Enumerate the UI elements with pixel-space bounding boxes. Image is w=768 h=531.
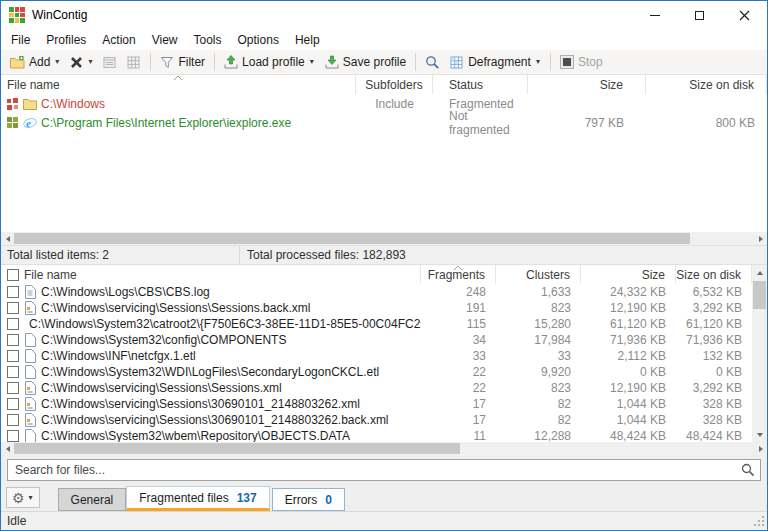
add-label: Add bbox=[29, 55, 50, 69]
properties-button[interactable] bbox=[98, 54, 122, 71]
remove-button[interactable]: ▾ bbox=[65, 54, 98, 71]
filter-button[interactable]: Filter bbox=[155, 53, 210, 71]
file-row[interactable]: C:\Windows\System32\WDI\LogFiles\Seconda… bbox=[1, 364, 752, 380]
app-icon bbox=[9, 7, 25, 23]
column-header-status[interactable]: Status bbox=[433, 75, 528, 94]
menu-options[interactable]: Options bbox=[230, 31, 287, 49]
file-fragments: 191 bbox=[421, 301, 496, 315]
row-checkbox[interactable] bbox=[7, 398, 19, 410]
close-button[interactable] bbox=[722, 1, 767, 29]
grid-icon bbox=[127, 56, 141, 69]
scrollbar-thumb[interactable] bbox=[14, 443, 460, 454]
fragmented-list-vertical-scrollbar[interactable] bbox=[752, 265, 767, 442]
column-header-file-name[interactable]: File name bbox=[1, 265, 421, 284]
resize-grip[interactable] bbox=[753, 515, 765, 527]
defragment-button[interactable]: Defragment ▾ bbox=[445, 53, 546, 71]
scroll-down-arrow[interactable] bbox=[752, 427, 767, 442]
load-profile-icon bbox=[224, 55, 238, 69]
file-row[interactable]: C:\Windows\Logs\CBS\CBS.log 248 1,633 24… bbox=[1, 284, 752, 300]
menu-action[interactable]: Action bbox=[94, 31, 143, 49]
row-checkbox[interactable] bbox=[7, 414, 19, 426]
scroll-right-arrow[interactable] bbox=[754, 232, 767, 245]
file-path: C:\Windows\System32\WDI\LogFiles\Seconda… bbox=[41, 365, 379, 379]
analyze-magnifier-icon bbox=[425, 55, 440, 70]
search-bar bbox=[1, 455, 767, 484]
list-status-bar: Total listed items: 2 Total processed fi… bbox=[1, 245, 767, 265]
load-profile-label: Load profile bbox=[242, 55, 305, 69]
row-checkbox[interactable] bbox=[7, 430, 19, 442]
tab-fragmented-files[interactable]: Fragmented files 137 bbox=[126, 486, 269, 511]
menu-tools[interactable]: Tools bbox=[186, 31, 230, 49]
tab-errors[interactable]: Errors 0 bbox=[272, 488, 345, 511]
items-list-row[interactable]: C:\Windows Include Fragmented bbox=[1, 94, 767, 113]
file-row[interactable]: C:\Windows\System32\wbem\Repository\OBJE… bbox=[1, 428, 752, 442]
internet-explorer-icon: e bbox=[23, 116, 37, 130]
file-row[interactable]: C:\Windows\System32\config\COMPONENTS 34… bbox=[1, 332, 752, 348]
column-header-size-on-disk[interactable]: Size on disk bbox=[676, 265, 752, 284]
file-row[interactable]: C:\Windows\servicing\Sessions\30690101_2… bbox=[1, 396, 752, 412]
scroll-up-arrow[interactable] bbox=[752, 265, 767, 280]
defragment-dropdown-caret[interactable]: ▾ bbox=[535, 58, 541, 66]
maximize-button[interactable] bbox=[677, 1, 722, 29]
file-path: C:\Windows\System32\catroot2\{F750E6C3-3… bbox=[29, 317, 421, 331]
row-checkbox[interactable] bbox=[7, 350, 19, 362]
scroll-left-arrow[interactable] bbox=[1, 442, 14, 455]
scroll-left-arrow[interactable] bbox=[1, 232, 14, 245]
status-text: Idle bbox=[7, 514, 26, 528]
item-subfolders: Include bbox=[356, 97, 433, 111]
load-profile-button[interactable]: Load profile ▾ bbox=[219, 53, 320, 71]
row-checkbox[interactable] bbox=[7, 302, 19, 314]
stop-label: Stop bbox=[578, 55, 603, 69]
tab-general[interactable]: General bbox=[58, 488, 127, 511]
column-header-clusters[interactable]: Clusters bbox=[496, 265, 581, 284]
settings-button[interactable]: ⚙ ▾ bbox=[6, 487, 40, 508]
scrollbar-thumb[interactable] bbox=[753, 281, 766, 309]
row-checkbox[interactable] bbox=[7, 366, 19, 378]
add-button[interactable]: Add ▾ bbox=[5, 53, 65, 71]
column-header-file-name[interactable]: File name bbox=[1, 75, 356, 94]
settings-dropdown-caret[interactable]: ▾ bbox=[28, 494, 34, 502]
tab-bar: ⚙ ▾ General Fragmented files 137 Errors … bbox=[1, 484, 767, 511]
column-header-size[interactable]: Size bbox=[581, 265, 676, 284]
column-header-size-on-disk[interactable]: Size on disk bbox=[646, 75, 767, 94]
defragment-grid-icon bbox=[450, 56, 464, 69]
minimize-button[interactable] bbox=[632, 1, 677, 29]
file-icon bbox=[24, 429, 36, 442]
search-input[interactable] bbox=[7, 459, 761, 481]
analyze-button[interactable] bbox=[420, 53, 445, 72]
gear-icon: ⚙ bbox=[12, 491, 25, 505]
column-header-fragments[interactable]: Fragments bbox=[421, 265, 496, 284]
file-row[interactable]: C:\Windows\System32\catroot2\{F750E6C3-3… bbox=[1, 316, 752, 332]
file-path: C:\Windows\servicing\Sessions\30690101_2… bbox=[41, 397, 360, 411]
menu-file[interactable]: File bbox=[3, 31, 38, 49]
menu-profiles[interactable]: Profiles bbox=[38, 31, 94, 49]
file-row[interactable]: C:\Windows\servicing\Sessions\30690101_2… bbox=[1, 412, 752, 428]
row-checkbox[interactable] bbox=[7, 286, 19, 298]
column-header-subfolders[interactable]: Subfolders bbox=[356, 75, 433, 94]
menu-help[interactable]: Help bbox=[287, 31, 328, 49]
add-dropdown-caret[interactable]: ▾ bbox=[54, 58, 60, 66]
file-row[interactable]: C:\Windows\servicing\Sessions\Sessions.x… bbox=[1, 380, 752, 396]
select-all-checkbox[interactable] bbox=[7, 269, 19, 281]
search-icon[interactable] bbox=[741, 463, 755, 477]
item-path: C:\Program Files\Internet Explorer\iexpl… bbox=[41, 116, 291, 130]
stop-button[interactable]: Stop bbox=[555, 53, 608, 71]
contiguous-map-icon bbox=[7, 117, 19, 129]
toolbar: Add ▾ ▾ Filter bbox=[1, 50, 767, 75]
load-profile-dropdown-caret[interactable]: ▾ bbox=[309, 58, 315, 66]
row-checkbox[interactable] bbox=[7, 318, 19, 330]
scrollbar-thumb[interactable] bbox=[14, 233, 690, 244]
column-header-size[interactable]: Size bbox=[528, 75, 646, 94]
save-profile-button[interactable]: Save profile bbox=[320, 53, 411, 71]
file-row[interactable]: C:\Windows\servicing\Sessions\Sessions.b… bbox=[1, 300, 752, 316]
file-row[interactable]: C:\Windows\INF\netcfgx.1.etl 33 33 2,112… bbox=[1, 348, 752, 364]
menu-view[interactable]: View bbox=[144, 31, 186, 49]
top-list-horizontal-scrollbar[interactable] bbox=[1, 232, 767, 245]
remove-dropdown-caret[interactable]: ▾ bbox=[87, 58, 93, 66]
scroll-right-arrow[interactable] bbox=[754, 442, 767, 455]
row-checkbox[interactable] bbox=[7, 382, 19, 394]
cluster-map-button[interactable] bbox=[122, 54, 146, 71]
row-checkbox[interactable] bbox=[7, 334, 19, 346]
fragmented-list-horizontal-scrollbar[interactable] bbox=[1, 442, 767, 455]
items-list-row[interactable]: e C:\Program Files\Internet Explorer\iex… bbox=[1, 113, 767, 132]
